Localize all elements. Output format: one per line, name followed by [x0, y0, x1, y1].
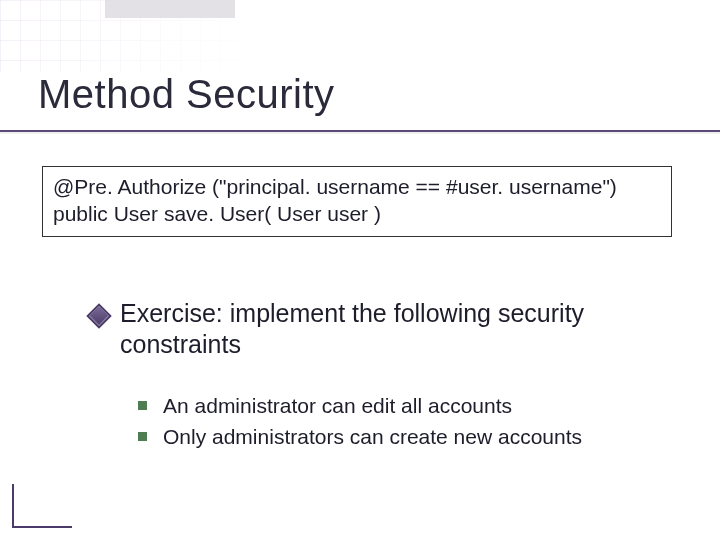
code-line-2: public User save. User( User user ) — [53, 200, 661, 227]
code-line-1: @Pre. Authorize ("principal. username ==… — [53, 173, 661, 200]
slide: Method Security @Pre. Authorize ("princi… — [0, 0, 720, 540]
list-item: Only administrators can create new accou… — [138, 423, 660, 450]
list-item: An administrator can edit all accounts — [138, 392, 660, 419]
code-box: @Pre. Authorize ("principal. username ==… — [42, 166, 672, 237]
slide-title: Method Security — [38, 72, 335, 117]
top-tab-decoration — [105, 0, 235, 18]
exercise-block: Exercise: implement the following securi… — [90, 298, 680, 361]
list-item-text: An administrator can edit all accounts — [163, 392, 512, 419]
list-item-text: Only administrators can create new accou… — [163, 423, 582, 450]
exercise-sub-list: An administrator can edit all accounts O… — [138, 392, 660, 455]
exercise-heading: Exercise: implement the following securi… — [120, 298, 680, 361]
diamond-bullet-icon — [86, 303, 111, 328]
square-bullet-icon — [138, 401, 147, 410]
corner-decoration-vertical — [12, 484, 14, 528]
corner-decoration-horizontal — [12, 526, 72, 528]
square-bullet-icon — [138, 432, 147, 441]
exercise-row: Exercise: implement the following securi… — [90, 298, 680, 361]
title-underline — [0, 130, 720, 132]
